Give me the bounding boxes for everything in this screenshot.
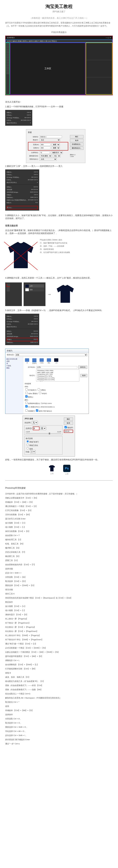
layers-checkbox[interactable]	[25, 395, 28, 398]
shortcut-item: 羽化选择 Ctrl + Alt + D ,	[5, 729, 113, 733]
preset-select[interactable]: 自定	[39, 138, 60, 141]
shortcut-item: 解除和加入前景色 Alt + Backspace（中间删除背景填充类的填充）	[5, 696, 113, 700]
filename-input[interactable]	[36, 366, 77, 369]
shortcut-item: 减淡、加深、海棉工具 【O】	[5, 675, 113, 679]
bg-select[interactable]: 白色	[39, 158, 57, 161]
intro-text: 据不完全可信度统计70%的朋友主图会进行神美后加工的淘宝店，背景或颜色什么的在6…	[5, 21, 113, 27]
file-item[interactable]: 网络	[47, 358, 51, 364]
baseline-radio[interactable]	[27, 440, 29, 442]
progressive-radio[interactable]	[27, 447, 29, 450]
shortcut-item: 取消选择 Ctrl + D ,	[5, 721, 113, 725]
thumb-checkbox[interactable]	[25, 409, 28, 412]
tool-icon	[6, 43, 9, 45]
jpeg-cancel-button[interactable]: 取消	[64, 422, 73, 425]
shirt-icon	[48, 465, 56, 472]
filename-label: 文件名(N):	[25, 366, 35, 368]
shirt-icon	[7, 240, 35, 271]
shortcut-item: 关闭当前图像 【Ctrl】+【W】	[5, 513, 113, 517]
menu-place: 置入(L)...	[7, 207, 12, 209]
ok-button[interactable]: 确定	[70, 135, 84, 138]
quality-input[interactable]	[33, 427, 39, 430]
ps-ui-label: PS软件界面图示	[5, 31, 113, 34]
proof-checkbox[interactable]	[25, 402, 28, 404]
icc-checkbox[interactable]	[25, 405, 28, 407]
quality-slider[interactable]	[26, 433, 61, 434]
shortcut-item: 以默认选项建立一个新的图层 【Ctrl】+【Alt】+【Shift】+【N】	[5, 650, 113, 654]
height-input[interactable]	[40, 147, 51, 149]
mode-label: 颜色模式(M):	[28, 155, 38, 157]
alpha-checkbox[interactable]	[25, 392, 28, 394]
notes-checkbox[interactable]	[38, 389, 40, 391]
scan-select[interactable]: 3	[30, 450, 36, 454]
jpeg-options-dialog: JPEG 选项 杂边(M):无 品质(Q):高 小文件大文件 格式选项 基线("…	[23, 415, 75, 457]
copy-checkbox[interactable]	[25, 389, 28, 391]
mode-select[interactable]: RGB 颜色	[39, 155, 52, 157]
quality-desc[interactable]: 高	[40, 427, 46, 430]
page-title: 淘宝美工教程	[5, 3, 113, 9]
shortcut-item: 保存当前图像 【Ctrl】+【S】	[5, 529, 113, 533]
ps-panel	[86, 60, 112, 77]
result-jpg: 上衣	[48, 465, 56, 475]
shortcut-item: 橡皮擦工具 【E】	[5, 554, 113, 558]
delete-preset-button[interactable]: 删除预设(D)...	[70, 147, 84, 150]
step3-subtext: 左边左标"魔棒变换"就，鼠标在前索这个白色区域点击，（本教程是就点击部件以外白色…	[5, 229, 113, 235]
shortcut-item: 变换（在自由变换模式下）——斜切 【Ctrl】	[5, 683, 113, 687]
ps-file-icon: Ps	[63, 465, 70, 472]
layer-thumb	[25, 288, 29, 291]
preview-checkbox[interactable]	[64, 426, 67, 428]
mode-bit[interactable]: 8位	[53, 155, 61, 157]
spot-checkbox[interactable]	[39, 392, 41, 394]
ext-checkbox[interactable]	[36, 409, 38, 412]
shortcut-item: 使用	[5, 704, 113, 708]
sidebar-item[interactable]: 网络	[6, 367, 22, 369]
shortcut-item: 显示的导入对话框 Enter	[5, 517, 113, 521]
ps-canvas-area: 工作区	[10, 42, 85, 95]
optimized-radio[interactable]	[27, 444, 29, 446]
sidebar-item[interactable]: 桌面	[6, 360, 22, 363]
width-unit[interactable]: 像素	[52, 143, 60, 146]
jpeg-ok-button[interactable]: 确定	[64, 417, 73, 421]
res-label: 分辨率(R):	[28, 152, 38, 154]
tool-icon	[6, 54, 9, 56]
name-label: 名称(N):	[28, 136, 38, 138]
format-select[interactable]: Photoshop (*.PSD;*.PDD)BMP (*.BMP;*.RLE;…	[36, 369, 79, 381]
save-preset-button[interactable]: 存储预设(S)...	[70, 143, 84, 146]
file-item[interactable]: jingqinq	[32, 358, 37, 364]
shortcut-item: 缩小视图 【Ctrl】+【-】	[5, 609, 113, 612]
ps-menubar: 文件(F) 编辑(E) 图像(I) 图层(L) 选择(S) 滤镜(T) 视图(V…	[5, 39, 113, 42]
save-button[interactable]: 保存(S)	[78, 366, 87, 369]
ps-tools-panel	[5, 42, 10, 95]
shortcut-item: 填补工具 K	[5, 592, 113, 596]
shortcut-item: 打开曲线调整对话框 【Ctrl】+【M】	[5, 667, 113, 671]
sidebar-item[interactable]: 库	[6, 363, 22, 365]
file-item[interactable]: 计算机	[39, 358, 44, 364]
menu-open-as-sc: Alt+Shift+Ctrl+O	[21, 119, 31, 121]
res-unit[interactable]: 像素/英寸	[51, 151, 63, 154]
layer-row: 背景	[25, 288, 44, 291]
result-psd: Ps 上衣	[63, 465, 70, 475]
name-input[interactable]	[39, 135, 62, 138]
file-menu-snippet: 新建(N)...Ctrl+N 打开(O)...Ctrl+O 在 Bridge 中…	[5, 110, 32, 126]
shortcut-item: 组合或取消上一个图层 Ctrl+G	[5, 692, 113, 695]
width-input[interactable]	[40, 144, 51, 146]
tool-icon	[6, 49, 9, 51]
shortcut-item: 选择功能	[5, 567, 113, 570]
res-input[interactable]	[39, 151, 50, 154]
shortcut-item: 放大视图 【Ctrl】+【+】	[5, 604, 113, 608]
file-item[interactable]: 库	[25, 358, 29, 364]
shortcut-item: 填充功能	[5, 588, 113, 591]
file-item[interactable]: 上衣	[54, 358, 59, 364]
size-value: 1.83M	[70, 156, 74, 157]
location-select[interactable]: 桌面	[15, 353, 87, 356]
sidebar-item[interactable]: 最近访问的位置	[6, 358, 22, 360]
step3-notes: PS会跟示意图 | Delete | 剔出 ①、鼠标"魔棒变换"也选中白色区域 …	[40, 238, 113, 254]
menu-bridge: 在 Bridge 中浏览(B)...	[7, 117, 20, 119]
menu-recent: 最近打开文件(T)	[7, 122, 17, 124]
cancel-button[interactable]: 取消	[80, 374, 87, 377]
height-unit[interactable]: 像素	[52, 147, 60, 149]
shortcut-item: 通过"一步" Ctrl+z	[5, 742, 113, 746]
sidebar-item[interactable]: 计算机	[6, 365, 22, 367]
tool-icon	[6, 46, 9, 48]
cancel-button[interactable]: 取消	[70, 139, 84, 142]
matte-select[interactable]: 无	[32, 421, 38, 424]
